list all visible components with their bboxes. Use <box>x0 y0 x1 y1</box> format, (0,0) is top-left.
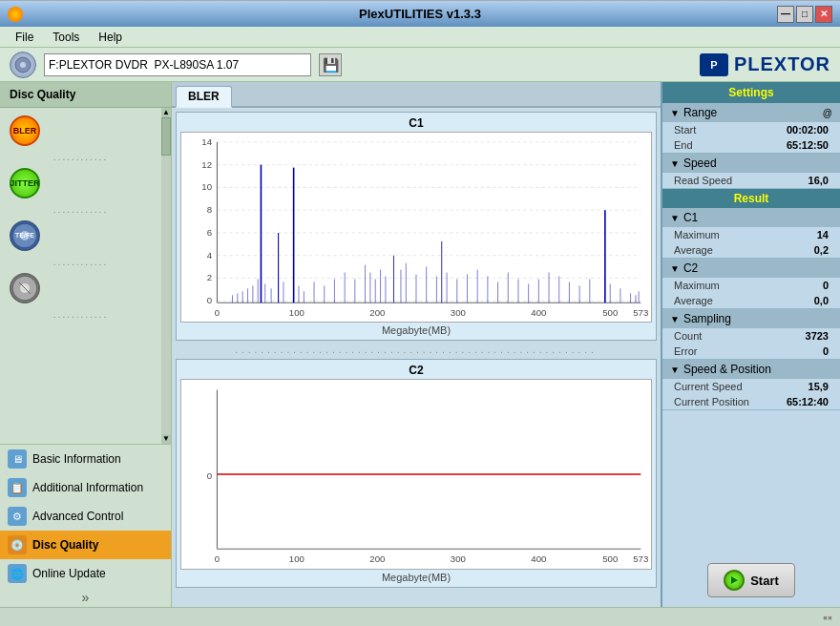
svg-text:300: 300 <box>451 308 466 318</box>
svg-text:200: 200 <box>369 553 385 564</box>
range-end-row: End 65:12:50 <box>662 137 840 153</box>
close-button[interactable]: ✕ <box>815 6 832 23</box>
speed-label: Speed <box>683 156 717 170</box>
menu-help[interactable]: Help <box>91 29 130 46</box>
play-icon <box>724 570 745 591</box>
sidebar-scrollbar[interactable]: ▲ ▼ <box>161 108 171 444</box>
start-btn-label: Start <box>750 574 779 588</box>
svg-text:400: 400 <box>531 553 546 564</box>
svg-text:573: 573 <box>633 308 648 318</box>
content-area: BLER C1 <box>172 82 661 607</box>
menu-bar: File Tools Help <box>0 27 840 48</box>
c2-result-header[interactable]: ▼ C2 <box>662 259 840 278</box>
speed-position-header[interactable]: ▼ Speed & Position <box>662 360 840 379</box>
range-section: ▼ Range @ Start 00:02:00 End 65:12:50 <box>662 103 840 154</box>
read-speed-value: 16,0 <box>808 175 829 186</box>
svg-text:0: 0 <box>215 308 220 318</box>
menu-file[interactable]: File <box>8 29 41 46</box>
online-update-label: Online Update <box>32 567 106 580</box>
sidebar-item-basic-information[interactable]: 🖥 Basic Information <box>0 445 171 473</box>
current-speed-value: 15,9 <box>808 381 829 392</box>
sidebar-item-online-update[interactable]: 🌐 Online Update <box>0 559 171 588</box>
svg-text:2: 2 <box>207 274 212 283</box>
sampling-section: ▼ Sampling Count 3723 Error 0 <box>662 309 840 360</box>
menu-tools[interactable]: Tools <box>45 29 87 46</box>
range-end-label: End <box>674 139 693 151</box>
basic-information-icon: 🖥 <box>8 449 27 469</box>
range-end-value: 65:12:50 <box>787 139 829 151</box>
sidebar-item-advanced-control[interactable]: ⚙ Advanced Control <box>0 502 171 531</box>
speed-position-section: ▼ Speed & Position Current Speed 15,9 Cu… <box>662 360 840 410</box>
app-title: PlexUTILITIES v1.3.3 <box>359 7 481 21</box>
c1-result-label: C1 <box>683 211 698 224</box>
c2-max-row: Maximum 0 <box>662 278 840 293</box>
app-icon <box>8 7 23 22</box>
range-start-label: Start <box>674 124 696 136</box>
sidebar-tool-jitter[interactable]: JITTER <box>4 164 158 202</box>
sidebar-scroll-thumb[interactable] <box>161 117 171 156</box>
tab-bler[interactable]: BLER <box>176 86 232 108</box>
additional-information-icon: 📋 <box>8 478 27 497</box>
main-layout: Disc Quality BLER ............ JITTER ..… <box>0 82 840 607</box>
read-speed-label: Read Speed <box>674 175 732 186</box>
disc-quality-label: Disc Quality <box>32 538 98 552</box>
settings-header: Settings <box>662 82 840 103</box>
sidebar-tool-list: BLER ............ JITTER ............ TE… <box>0 108 161 444</box>
sidebar-tool-tefe[interactable]: TE/FE <box>4 217 158 255</box>
c2-x-label: Megabyte(MB) <box>180 572 652 583</box>
start-button[interactable]: Start <box>707 563 795 597</box>
title-bar-left <box>8 7 23 22</box>
svg-text:500: 500 <box>602 308 618 318</box>
sidebar-item-additional-information[interactable]: 📋 Additional Information <box>0 473 171 502</box>
range-section-header[interactable]: ▼ Range @ <box>662 103 840 122</box>
svg-text:573: 573 <box>633 553 648 564</box>
speed-section-header[interactable]: ▼ Speed <box>662 154 840 173</box>
range-start-row: Start 00:02:00 <box>662 122 840 137</box>
svg-text:10: 10 <box>201 183 212 193</box>
svg-text:100: 100 <box>289 553 304 564</box>
c2-chart-area: 0 0 100 200 300 400 500 573 <box>180 379 652 570</box>
minimize-button[interactable]: — <box>777 6 794 23</box>
right-panel: Settings ▼ Range @ Start 00:02:00 End 65… <box>661 82 840 607</box>
sampling-count-row: Count 3723 <box>662 328 840 344</box>
svg-text:0: 0 <box>207 470 212 481</box>
c1-result-header[interactable]: ▼ C1 <box>662 208 840 227</box>
svg-text:12: 12 <box>201 160 212 170</box>
sampling-error-value: 0 <box>823 345 829 357</box>
sp-collapse-icon: ▼ <box>670 365 680 375</box>
svg-text:500: 500 <box>602 553 618 564</box>
result-header: Result <box>662 189 840 208</box>
c1-result-section: ▼ C1 Maximum 14 Average 0,2 <box>662 208 840 259</box>
c2-result-section: ▼ C2 Maximum 0 Average 0,0 <box>662 259 840 309</box>
basic-information-label: Basic Information <box>32 452 121 466</box>
sidebar-header: Disc Quality <box>0 82 171 108</box>
status-bar: ▪▪ <box>0 607 840 626</box>
sampling-section-header[interactable]: ▼ Sampling <box>662 309 840 328</box>
range-collapse-icon: ▼ <box>670 108 680 118</box>
additional-information-label: Additional Information <box>32 481 143 494</box>
c2-avg-row: Average 0,0 <box>662 293 840 308</box>
svg-text:400: 400 <box>531 308 546 318</box>
advanced-control-icon: ⚙ <box>8 507 27 526</box>
sidebar-more-arrow[interactable]: » <box>0 588 171 607</box>
sidebar-tool-scratch[interactable] <box>4 269 158 307</box>
c1-avg-value: 0,2 <box>814 244 829 256</box>
scratch-icon <box>10 273 40 303</box>
svg-text:🌐: 🌐 <box>10 567 24 580</box>
dot-separator-1: ............ <box>4 152 158 162</box>
c1-collapse-icon: ▼ <box>670 213 680 223</box>
c2-avg-label: Average <box>674 295 713 306</box>
svg-text:0: 0 <box>215 553 220 564</box>
sidebar-tool-bler[interactable]: BLER <box>4 112 158 150</box>
title-bar: PlexUTILITIES v1.3.3 — □ ✕ <box>0 0 840 27</box>
sampling-count-value: 3723 <box>806 330 829 342</box>
plextor-logo: P PLEXTOR <box>700 53 830 76</box>
maximize-button[interactable]: □ <box>796 6 813 23</box>
sampling-error-label: Error <box>674 345 697 357</box>
c2-collapse-icon: ▼ <box>670 263 680 274</box>
sampling-error-row: Error 0 <box>662 344 840 359</box>
drive-select[interactable] <box>44 53 311 76</box>
save-drive-button[interactable]: 💾 <box>319 53 342 76</box>
svg-text:🖥: 🖥 <box>12 453 23 465</box>
sidebar-item-disc-quality[interactable]: 💿 Disc Quality <box>0 531 171 559</box>
